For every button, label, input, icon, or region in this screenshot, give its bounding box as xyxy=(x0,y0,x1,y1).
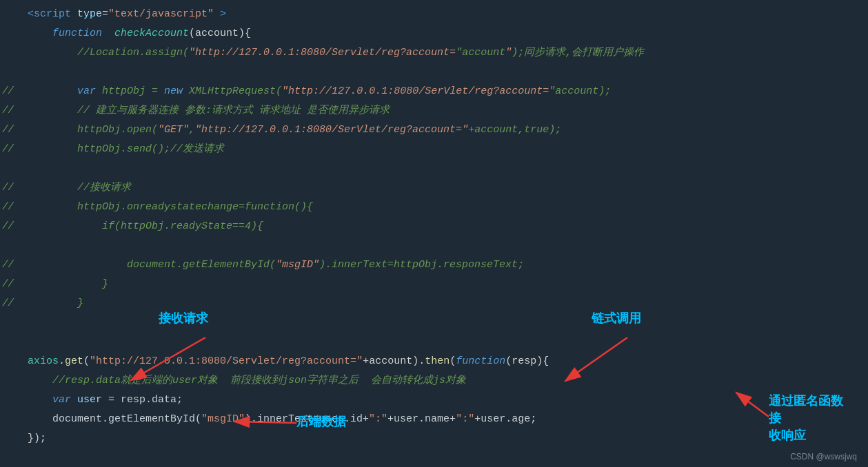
code-line: //resp.data就是后端的user对象 前段接收到json字符串之后 会自… xyxy=(0,372,868,391)
line-content: //Location.assign("http://127.0.0.1:8080… xyxy=(28,44,860,62)
line-content: <script type="text/javascript" > xyxy=(28,6,860,23)
chain-call-label: 链式调用 xyxy=(592,310,641,326)
code-line: // } xyxy=(0,276,868,295)
line-content: httpObj.onreadystatechange=function(){ xyxy=(28,198,860,216)
line-content: document.getElementById("msgID").innerTe… xyxy=(28,256,860,274)
empty-line xyxy=(0,63,868,83)
line-content: if(httpObj.readyState==4){ xyxy=(28,218,860,236)
line-number: // xyxy=(0,276,28,293)
line-content: httpObj.open("GET","http://127.0.0.1:808… xyxy=(28,121,860,139)
line-content: httpObj.send();//发送请求 xyxy=(28,141,860,158)
line-content: // 建立与服务器连接 参数:请求方式 请求地址 是否使用异步请求 xyxy=(28,102,860,120)
line-number: // xyxy=(0,218,28,235)
backend-data-label: 后端数据 xyxy=(296,413,346,430)
line-content: var httpObj = new XMLHttpRequest("http:/… xyxy=(28,83,860,101)
code-line: var user = resp.data; xyxy=(0,391,868,411)
code-line: // httpObj.open("GET","http://127.0.0.1:… xyxy=(0,121,868,141)
code-line: document.getElementById("msgID").innerTe… xyxy=(0,411,868,430)
code-line: // // 建立与服务器连接 参数:请求方式 请求地址 是否使用异步请求 xyxy=(0,102,868,121)
line-number: // xyxy=(0,199,28,216)
line-content: var user = resp.data; xyxy=(28,391,860,409)
line-number: // xyxy=(0,141,28,158)
line-number: // xyxy=(0,103,28,119)
code-line: // var httpObj = new XMLHttpRequest("htt… xyxy=(0,83,868,102)
code-line: // if(httpObj.readyState==4){ xyxy=(0,218,868,237)
line-number: // xyxy=(0,83,28,100)
line-content: } xyxy=(28,276,860,293)
line-number: // xyxy=(0,295,28,312)
line-content: document.getElementById("msgID").innerTe… xyxy=(28,411,860,428)
line-content: function checkAccount(account){ xyxy=(28,25,860,43)
empty-line xyxy=(0,237,868,256)
anon-func-label: 通过匿名函数接收响应 xyxy=(769,393,851,445)
line-content: } xyxy=(28,295,860,313)
line-number: // xyxy=(0,257,28,273)
axios-line: axios.get("http://127.0.0.1:8080/Servlet… xyxy=(0,353,868,372)
watermark: CSDN @wswsjwq xyxy=(790,452,857,461)
line-content: //resp.data就是后端的user对象 前段接收到json字符串之后 会自… xyxy=(28,372,860,390)
line-number: // xyxy=(0,180,28,196)
code-line: // } xyxy=(0,295,868,314)
line-number: // xyxy=(0,122,28,138)
line-content: axios.get("http://127.0.0.1:8080/Servlet… xyxy=(28,353,860,371)
empty-line xyxy=(0,314,868,333)
receive-request-label: 接收请求 xyxy=(159,310,208,326)
code-line: // httpObj.send();//发送请求 xyxy=(0,141,868,160)
code-line: <script type="text/javascript" > xyxy=(0,6,868,25)
code-line: function checkAccount(account){ xyxy=(0,25,868,44)
code-line: }); xyxy=(0,430,868,449)
empty-line xyxy=(0,333,868,353)
line-content: }); xyxy=(28,430,860,448)
code-line: // httpObj.onreadystatechange=function()… xyxy=(0,198,868,218)
code-line: // //接收请求 xyxy=(0,179,868,198)
code-line: //Location.assign("http://127.0.0.1:8080… xyxy=(0,44,868,63)
line-content: //接收请求 xyxy=(28,179,860,197)
code-line: // document.getElementById("msgID").inne… xyxy=(0,256,868,276)
code-area: <script type="text/javascript" > functio… xyxy=(0,0,868,455)
empty-line xyxy=(0,160,868,179)
